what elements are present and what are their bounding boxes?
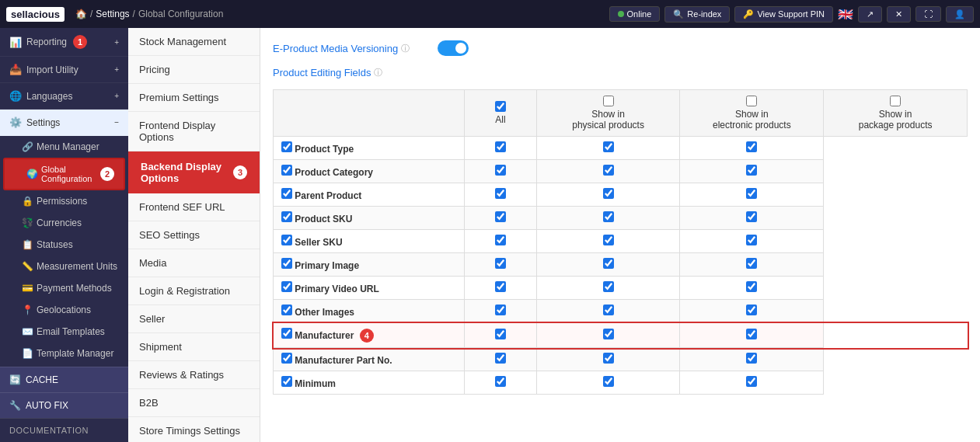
package-cb-other-images[interactable] (746, 305, 757, 315)
field-checkbox-minimum[interactable] (281, 376, 292, 387)
physical-cb-parent-product[interactable] (495, 188, 506, 199)
mid-item-stock[interactable]: Stock Management (128, 28, 260, 56)
mid-item-reviews[interactable]: Reviews & Ratings (128, 361, 260, 389)
sidebar-item-email-templates[interactable]: ✉️ Email Templates (0, 321, 128, 343)
field-checkbox-manufacturer-part-no[interactable] (281, 353, 292, 364)
col-header-package: Show inpackage products (824, 90, 968, 137)
eproduct-info-icon[interactable]: ⓘ (401, 43, 410, 54)
electronic-cb-manufacturer[interactable] (603, 329, 614, 339)
breadcrumb-settings[interactable]: Settings (96, 9, 129, 19)
online-button[interactable]: Online (609, 6, 661, 22)
reindex-button[interactable]: 🔍 Re-index (664, 6, 730, 23)
mid-item-shipment[interactable]: Shipment (128, 333, 260, 361)
physical-header-checkbox[interactable] (603, 96, 614, 106)
expand-button[interactable]: ⛶ (915, 6, 941, 22)
mid-item-store-timings[interactable]: Store Timings Settings (128, 417, 260, 442)
package-cb-parent-product[interactable] (746, 188, 757, 199)
mid-item-frontend-sef[interactable]: Frontend SEF URL (128, 193, 260, 221)
package-cb-primary-video-url[interactable] (746, 281, 757, 292)
col-header-all: All (465, 90, 536, 137)
field-checkbox-primary-video-url[interactable] (281, 281, 292, 292)
field-checkbox-parent-product[interactable] (281, 188, 292, 199)
table-row: Parent Product (274, 183, 968, 207)
sidebar-item-import[interactable]: 📥 Import Utility + (0, 57, 128, 83)
flag-icon[interactable]: 🇬🇧 (838, 7, 853, 22)
electronic-cb-seller-sku[interactable] (603, 235, 614, 245)
physical-cb-primary-image[interactable] (495, 258, 506, 269)
documentation-button[interactable]: DOCUMENTATION (0, 418, 128, 442)
sidebar-item-measurement[interactable]: 📏 Measurement Units (0, 256, 128, 277)
electronic-cb-other-images[interactable] (603, 305, 614, 315)
eproduct-toggle[interactable] (438, 40, 469, 56)
autofix-button[interactable]: 🔧 AUTO FIX (0, 392, 128, 418)
mid-item-frontend-display[interactable]: Frontend Display Options (128, 112, 260, 151)
package-cb-product-category[interactable] (746, 165, 757, 176)
package-cb-product-type[interactable] (746, 141, 757, 152)
electronic-cb-manufacturer-part-no[interactable] (603, 353, 614, 364)
electronic-cb-product-type[interactable] (603, 141, 614, 152)
package-cb-seller-sku[interactable] (746, 235, 757, 245)
physical-cb-primary-video-url[interactable] (495, 281, 506, 292)
sidebar-item-reporting[interactable]: 📊 Reporting 1 + (0, 28, 128, 57)
sidebar-item-template-manager[interactable]: 📄 Template Manager (0, 343, 128, 364)
col-header-field (274, 90, 465, 137)
sidebar-item-menu-manager[interactable]: 🔗 Menu Manager (0, 136, 128, 158)
mid-item-seller[interactable]: Seller (128, 305, 260, 333)
sidebar-item-permissions[interactable]: 🔒 Permissions (0, 190, 128, 212)
sidebar-item-statuses[interactable]: 📋 Statuses (0, 234, 128, 256)
mid-item-b2b[interactable]: B2B (128, 389, 260, 417)
close-button[interactable]: ✕ (887, 6, 911, 23)
field-checkbox-manufacturer[interactable] (281, 328, 292, 339)
mid-item-login[interactable]: Login & Registration (128, 277, 260, 305)
field-checkbox-product-sku[interactable] (281, 211, 292, 222)
package-cb-product-sku[interactable] (746, 211, 757, 222)
cache-button[interactable]: 🔄 CACHE (0, 367, 128, 392)
support-pin-button[interactable]: 🔑 View Support PIN (734, 6, 833, 23)
field-checkbox-primary-image[interactable] (281, 258, 292, 269)
product-editing-row: Product Editing Fields ⓘ (273, 67, 968, 78)
sidebar-item-global-config[interactable]: 🌍 Global Configuration 2 (3, 158, 125, 190)
electronic-cb-primary-image[interactable] (603, 258, 614, 269)
electronic-header-checkbox[interactable] (746, 96, 757, 106)
field-checkbox-product-category[interactable] (281, 165, 292, 176)
electronic-cb-product-category[interactable] (603, 165, 614, 176)
package-cb-minimum[interactable] (746, 376, 757, 387)
product-editing-info-icon[interactable]: ⓘ (374, 67, 382, 78)
sidebar-item-payment[interactable]: 💳 Payment Methods (0, 277, 128, 299)
physical-cb-manufacturer-part-no[interactable] (495, 353, 506, 364)
package-cb-manufacturer-part-no[interactable] (746, 353, 757, 364)
package-cb-manufacturer[interactable] (746, 329, 757, 339)
physical-cb-other-images[interactable] (495, 305, 506, 315)
sidebar-item-languages[interactable]: 🌐 Languages + (0, 83, 128, 110)
field-checkbox-seller-sku[interactable] (281, 235, 292, 245)
sidebar-label-languages: Languages (26, 91, 72, 102)
sidebar-item-currencies[interactable]: 💱 Currencies (0, 212, 128, 234)
electronic-cb-minimum[interactable] (603, 376, 614, 387)
user-button[interactable]: 👤 (946, 6, 974, 23)
external-link-button[interactable]: ↗ (858, 6, 882, 23)
package-cb-primary-image[interactable] (746, 258, 757, 269)
all-checkbox[interactable] (495, 101, 506, 112)
pin-icon: 📍 (22, 305, 33, 315)
physical-cb-manufacturer[interactable] (495, 329, 506, 339)
physical-cb-seller-sku[interactable] (495, 235, 506, 245)
field-checkbox-other-images[interactable] (281, 305, 292, 315)
electronic-cb-parent-product[interactable] (603, 188, 614, 199)
electronic-cb-product-sku[interactable] (603, 211, 614, 222)
mid-item-backend-display[interactable]: Backend Display Options 3 (128, 151, 260, 193)
physical-cb-minimum[interactable] (495, 376, 506, 387)
electronic-cb-primary-video-url[interactable] (603, 281, 614, 292)
eproduct-row: E-Product Media Versioning ⓘ (273, 40, 968, 56)
package-header-checkbox[interactable] (890, 96, 901, 106)
home-icon[interactable]: 🏠 (75, 9, 87, 19)
sidebar-item-settings[interactable]: ⚙️ Settings − (0, 110, 128, 136)
physical-cb-product-sku[interactable] (495, 211, 506, 222)
mid-item-pricing[interactable]: Pricing (128, 56, 260, 84)
mid-item-media[interactable]: Media (128, 249, 260, 277)
mid-item-seo[interactable]: SEO Settings (128, 221, 260, 249)
physical-cb-product-category[interactable] (495, 165, 506, 176)
field-checkbox-product-type[interactable] (281, 141, 292, 152)
physical-cb-product-type[interactable] (495, 141, 506, 152)
sidebar-item-geolocations[interactable]: 📍 Geolocations (0, 299, 128, 321)
mid-item-premium[interactable]: Premium Settings (128, 84, 260, 112)
